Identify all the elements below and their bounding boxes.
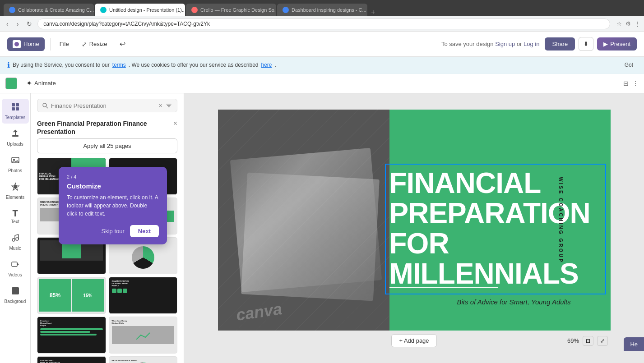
help-button[interactable]: He — [624, 337, 644, 351]
headline-line1: FINANCIAL — [389, 168, 597, 198]
share-label: Share — [552, 41, 568, 47]
canvas-content[interactable]: canva FINANCIAL PREPARATION FOR MILLENNI… — [218, 110, 611, 331]
undo-button[interactable]: ↩ — [116, 37, 129, 51]
canvas-toolbar: ✦ Animate ⊟ ⋮ — [0, 74, 644, 93]
login-link[interactable]: Log in — [524, 41, 539, 47]
browser-tab-4[interactable]: Dashboard inspiring designs - C... × — [277, 4, 367, 16]
sidebar-item-music[interactable]: Music — [2, 230, 29, 254]
more-options-icon[interactable]: ⋮ — [632, 80, 639, 87]
animate-button[interactable]: ✦ Animate — [23, 77, 60, 90]
background-label: Backgroud — [5, 299, 26, 304]
photos-icon — [11, 156, 20, 167]
canva-actions: Share ⬇ ▶ Present — [545, 37, 637, 51]
animate-label: Animate — [34, 80, 56, 87]
share-button[interactable]: Share — [545, 37, 575, 51]
cookie-text: By using the Service, you consent to our — [13, 62, 110, 68]
address-bar[interactable]: canva.com/design/play?category=tACZCrvyA… — [37, 18, 610, 29]
browser-tab-1[interactable]: Collaborate & Create Amazing C... × — [4, 4, 94, 16]
svg-rect-20 — [166, 104, 171, 105]
signup-link[interactable]: Sign up — [495, 41, 515, 47]
sidebar-item-elements[interactable]: Elements — [2, 179, 29, 203]
filter-icon[interactable] — [165, 102, 172, 109]
canvas-headline-area[interactable]: FINANCIAL PREPARATION FOR MILLENNIALS — [389, 168, 597, 289]
extension-icon[interactable]: ⚙ — [625, 20, 631, 27]
search-box[interactable]: × — [37, 99, 177, 112]
template-thumb-12[interactable]: METHODS TO DIVIDE MONEY — [109, 356, 178, 363]
tab-favicon-1 — [9, 7, 15, 13]
resize-label: Resize — [89, 41, 107, 47]
back-button[interactable]: ‹ — [4, 18, 11, 29]
here-link[interactable]: here — [261, 62, 272, 68]
tab-favicon-3 — [191, 7, 198, 13]
cookie-period: . — [275, 62, 276, 68]
present-button[interactable]: ▶ Present — [597, 37, 637, 51]
zoom-expand-button[interactable]: ⤢ — [597, 336, 608, 346]
canvas-pattern — [218, 110, 394, 331]
bookmark-icon[interactable]: ☆ — [616, 20, 622, 27]
separator-1 — [50, 38, 51, 51]
canvas-vertical-text: WISE COACHING GROUP — [558, 177, 564, 263]
color-swatch[interactable] — [5, 78, 17, 89]
templates-label: Templates — [5, 115, 26, 120]
sidebar-item-background[interactable]: Backgroud — [2, 283, 29, 308]
search-clear-icon[interactable]: × — [159, 102, 162, 109]
filter-icon[interactable]: ⊟ — [623, 80, 629, 87]
svg-rect-3 — [12, 107, 15, 110]
zoom-fit-button[interactable]: ⊡ — [583, 336, 593, 346]
forward-button[interactable]: › — [14, 18, 22, 29]
music-icon — [11, 233, 20, 244]
reload-button[interactable]: ↻ — [24, 18, 35, 29]
template-thumb-11[interactable]: CONTROLLINGIMPULSE PURCHASES — [37, 356, 106, 363]
sidebar-item-videos[interactable]: Videos — [2, 256, 29, 281]
headline-line3: FOR MILLENNIALS — [389, 229, 597, 289]
tab-favicon-4 — [283, 7, 289, 13]
resize-button[interactable]: ⤢ Resize — [78, 38, 111, 50]
save-prompt: To save your design Sign up or Log in — [441, 41, 540, 47]
tooltip-actions: Skip tour Next — [67, 225, 159, 237]
cookie-bar: ℹ By using the Service, you consent to o… — [0, 57, 644, 74]
terms-link[interactable]: terms — [112, 62, 126, 68]
browser-tab-3[interactable]: Crello — Free Graphic Design So... × — [186, 4, 276, 16]
tooltip-popup: 2 / 4 Customize To customize an element,… — [59, 167, 167, 244]
panel-close-button[interactable]: × — [173, 119, 177, 128]
canvas-divider — [389, 287, 498, 288]
skip-tour-button[interactable]: Skip tour — [102, 228, 125, 234]
menu-icon[interactable]: ⋮ — [635, 20, 640, 27]
sidebar-item-text[interactable]: T Text — [2, 205, 29, 228]
new-tab-button[interactable]: + — [368, 8, 378, 16]
cookie-got-button[interactable]: Got — [621, 60, 637, 69]
address-bar-row: ‹ › ↻ canva.com/design/play?category=tAC… — [0, 16, 644, 32]
sidebar-item-photos[interactable]: Photos — [2, 152, 29, 177]
download-button[interactable]: ⬇ — [579, 37, 593, 51]
next-button[interactable]: Next — [130, 225, 159, 237]
tab-label-1: Collaborate & Create Amazing C... — [18, 7, 94, 13]
zoom-level: 69% — [567, 337, 579, 344]
undo-icon: ↩ — [120, 40, 125, 48]
svg-line-19 — [46, 107, 48, 109]
add-page-button[interactable]: + Add page — [391, 334, 436, 347]
text-icon: T — [12, 209, 18, 218]
sidebar-item-uploads[interactable]: Uploads — [2, 125, 29, 150]
svg-point-11 — [16, 238, 19, 240]
template-thumb-7[interactable]: 85% 15% — [37, 277, 106, 314]
videos-label: Videos — [8, 272, 22, 277]
sidebar-item-templates[interactable]: Templates — [2, 99, 29, 124]
apply-all-button[interactable]: Apply all 25 pages — [37, 138, 177, 153]
toolbar-right-icons: ⊟ ⋮ — [623, 80, 639, 87]
svg-point-18 — [43, 103, 46, 107]
tab-label-3: Crello — Free Graphic Design So... — [200, 7, 276, 13]
sidebar: Templates Uploads Photos Elements T Text — [0, 93, 31, 363]
browser-tabs: Collaborate & Create Amazing C... × Unti… — [4, 0, 640, 16]
template-thumb-9[interactable]: 5 habits ofMoney-SmartPeople — [37, 317, 106, 354]
search-input[interactable] — [51, 102, 156, 109]
home-button[interactable]: Home — [7, 37, 45, 51]
file-button[interactable]: File — [56, 38, 73, 50]
template-thumb-10[interactable]: When Your MoneyMindset Shifts — [109, 317, 178, 354]
template-thumb-8[interactable]: CHARACTERISTICSOF MONEY-SMARTPEOPLE — [109, 277, 178, 314]
browser-tab-2[interactable]: Untitled design - Presentation (1)... × — [95, 4, 185, 16]
elements-icon — [11, 182, 20, 193]
tooltip-body: To customize an element, click on it. A … — [67, 193, 159, 218]
canva-logo-icon — [13, 40, 21, 48]
tab-label-2: Untitled design - Presentation (1)... — [109, 7, 185, 13]
resize-icon: ⤢ — [82, 41, 87, 48]
